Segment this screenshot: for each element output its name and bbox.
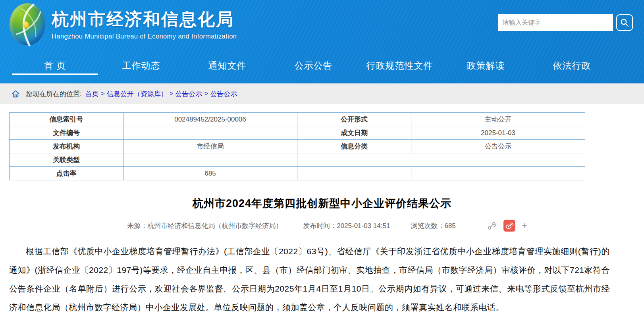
- open-form-label: 公开形式: [297, 113, 411, 126]
- site-titles: 杭州市经济和信息化局 Hangzhou Municipal Bureau of …: [52, 8, 237, 40]
- site-subtitle: Hangzhou Municipal Bureau of Economy and…: [52, 33, 237, 40]
- empty-cell: [411, 167, 585, 180]
- nav-tab-notices[interactable]: 通知文件: [184, 48, 270, 83]
- main-nav: 首 页 工作动态 通知文件 公示公告 行政规范性文件 政策解读 依法行政: [0, 48, 644, 83]
- open-form-value: 主动公开: [411, 113, 585, 126]
- info-index-label: 信息索引号: [10, 113, 123, 126]
- breadcrumb-link-announcements-2[interactable]: 公告公示: [210, 89, 237, 99]
- more-share-button[interactable]: +: [522, 221, 527, 230]
- related-type-label: 关联类型: [10, 153, 123, 167]
- share-toolbar: +: [487, 220, 527, 232]
- article-meta: 来源：杭州市经济和信息化局（杭州市数字经济局） 发布时间：2025-01-03 …: [0, 220, 644, 232]
- search-bar: [498, 14, 633, 31]
- search-button[interactable]: [616, 14, 633, 31]
- table-row: 发布机构 市经信局 信息分类 公告公示: [10, 140, 585, 153]
- logo-dot-icon: [23, 21, 29, 28]
- breadcrumb-separator: >: [204, 90, 208, 98]
- doc-number-label: 文件编号: [10, 126, 123, 140]
- breadcrumb-link-announcements[interactable]: 公告公示: [175, 89, 202, 99]
- table-row: 关联类型: [10, 153, 585, 167]
- nav-tab-label: 工作动态: [122, 60, 160, 72]
- nav-tab-policy-interpretation[interactable]: 政策解读: [443, 48, 529, 83]
- table-row: 文件编号 成文日期 2025-01-03: [10, 126, 585, 140]
- click-rate-label: 点击率: [10, 167, 123, 180]
- related-type-value: [123, 153, 297, 167]
- publisher-value: 市经信局: [123, 140, 297, 153]
- table-row: 信息索引号 002489452/2025-00006 公开形式 主动公开: [10, 113, 585, 126]
- nav-tab-home[interactable]: 首 页: [12, 48, 98, 83]
- site-title: 杭州市经济和信息化局: [52, 8, 237, 31]
- share-icon[interactable]: [487, 220, 497, 231]
- breadcrumb: 您现在所在的位置: 首页 > 信息公开（资源库） > 公告公示 > 公告公示: [0, 83, 644, 104]
- article-body: 根据工信部《优质中小企业梯度培育管理暂行办法》(工信部企业〔2022〕63号)、…: [9, 242, 610, 315]
- weibo-share-icon[interactable]: [503, 220, 515, 232]
- home-icon[interactable]: [11, 89, 20, 99]
- nav-tab-work-news[interactable]: 工作动态: [98, 48, 184, 83]
- breadcrumb-prefix: 您现在所在的位置:: [26, 89, 82, 99]
- article-title: 杭州市2024年度第四批创新型中小企业评价结果公示: [0, 196, 644, 211]
- nav-tab-label: 通知文件: [208, 60, 247, 72]
- empty-cell: [297, 167, 411, 180]
- merged-empty-cell: [297, 153, 585, 167]
- info-table: 信息索引号 002489452/2025-00006 公开形式 主动公开 文件编…: [9, 112, 585, 180]
- doc-number-value: [123, 126, 297, 140]
- page: 杭州市经济和信息化局 Hangzhou Municipal Bureau of …: [0, 0, 644, 315]
- breadcrumb-link-home[interactable]: 首页: [85, 89, 99, 99]
- nav-tab-label: 公示公告: [295, 60, 333, 72]
- breadcrumb-separator: >: [101, 90, 105, 98]
- nav-tab-label: 政策解读: [467, 60, 505, 72]
- nav-tab-label: 行政规范性文件: [366, 60, 433, 72]
- search-input[interactable]: [498, 14, 613, 31]
- article-source: 来源：杭州市经济和信息化局（杭州市数字经济局）: [127, 221, 282, 230]
- info-category-value: 公告公示: [411, 140, 585, 153]
- publisher-label: 发布机构: [10, 140, 123, 153]
- nav-tab-regulatory-docs[interactable]: 行政规范性文件: [357, 48, 443, 83]
- publish-time: 发布时间：2025-01-03 14:51: [303, 221, 390, 230]
- view-count: 浏览次数：685: [411, 221, 455, 230]
- info-category-label: 信息分类: [297, 140, 411, 153]
- nav-tab-label: 依法行政: [553, 60, 591, 72]
- main-content: 信息索引号 002489452/2025-00006 公开形式 主动公开 文件编…: [0, 104, 644, 315]
- table-row: 点击率 685: [10, 167, 585, 180]
- site-logo: [10, 2, 46, 46]
- nav-tab-label: 首 页: [44, 60, 66, 72]
- nav-tab-announcements[interactable]: 公示公告: [270, 48, 357, 83]
- info-index-value: 002489452/2025-00006: [123, 113, 297, 126]
- nav-tab-rule-of-law[interactable]: 依法行政: [529, 48, 615, 83]
- blue-top-area: 杭州市经济和信息化局 Hangzhou Municipal Bureau of …: [0, 0, 644, 83]
- site-header: 杭州市经济和信息化局 Hangzhou Municipal Bureau of …: [0, 0, 644, 48]
- breadcrumb-link-info-disclosure[interactable]: 信息公开（资源库）: [107, 89, 168, 99]
- click-rate-value: 685: [123, 167, 297, 180]
- search-icon: [620, 18, 629, 27]
- breadcrumb-separator: >: [170, 90, 174, 98]
- issue-date-label: 成文日期: [297, 126, 411, 140]
- issue-date-value: 2025-01-03: [411, 126, 585, 140]
